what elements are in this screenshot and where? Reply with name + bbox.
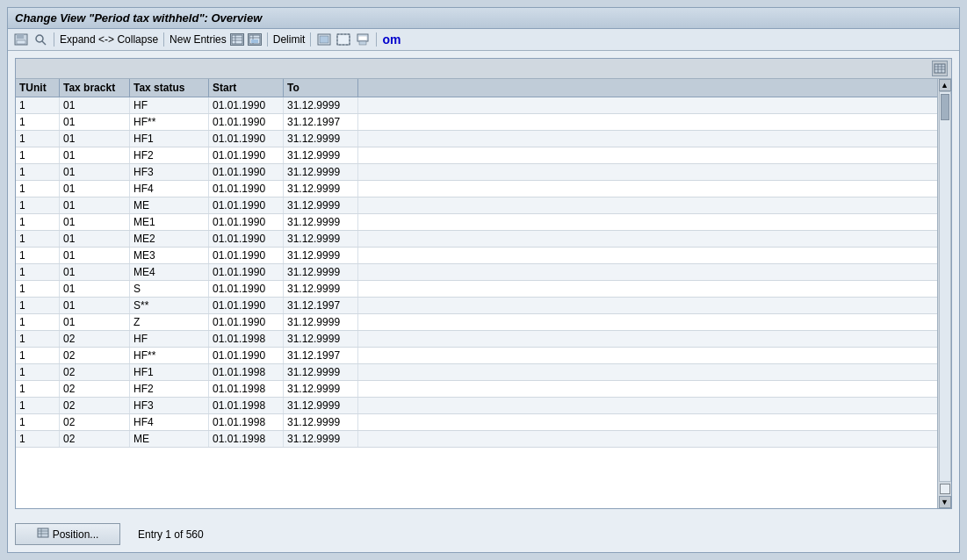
cell-tax_status: ME (130, 197, 209, 213)
svg-rect-12 (251, 39, 258, 43)
table-row[interactable]: 102HF**01.01.199031.12.1997 (16, 348, 937, 364)
new-entries-button[interactable]: New Entries (170, 33, 227, 46)
cell-to: 31.12.9999 (284, 431, 358, 447)
deselect-icon[interactable] (336, 32, 351, 47)
table-row[interactable]: 101HF**01.01.199031.12.1997 (16, 114, 937, 131)
delimit-button[interactable]: Delimit (273, 33, 306, 46)
cell-tax_status: ME3 (130, 248, 209, 263)
table-row[interactable]: 102HF01.01.199831.12.9999 (16, 331, 937, 348)
save-icon[interactable] (13, 32, 29, 47)
cell-start: 01.01.1998 (209, 364, 284, 380)
table-row[interactable]: 101HF01.01.199031.12.9999 (16, 97, 937, 114)
position-button[interactable]: Position... (15, 523, 120, 545)
svg-rect-20 (935, 64, 945, 73)
cell-tax_status: ME1 (130, 214, 209, 230)
cell-tax_bracket: 01 (60, 214, 130, 230)
cell-to: 31.12.9999 (284, 331, 358, 347)
title-bar: Change View "Period tax withheld": Overv… (8, 8, 959, 29)
cell-tax_bracket: 01 (60, 164, 130, 180)
cell-tax_bracket: 01 (60, 264, 130, 280)
scroll-down-button[interactable]: ▼ (939, 496, 951, 508)
table-row[interactable]: 101ME301.01.199031.12.9999 (16, 248, 937, 264)
cell-start: 01.01.1990 (209, 131, 284, 147)
scroll-up-button[interactable]: ▲ (939, 79, 951, 91)
col-header-tax-bracket: Tax brackt (60, 79, 130, 97)
cell-tax_bracket: 01 (60, 248, 130, 263)
scroll-checkbox[interactable] (940, 484, 950, 494)
svg-point-3 (36, 35, 43, 42)
separator-2 (163, 32, 164, 47)
cell-tunit: 1 (16, 147, 60, 163)
cell-tax_status: HF1 (130, 131, 209, 147)
select-all-icon[interactable] (316, 32, 332, 47)
table-row[interactable]: 101HF401.01.199031.12.9999 (16, 181, 937, 197)
scroll-track[interactable] (939, 91, 951, 482)
table-row[interactable]: 101S01.01.199031.12.9999 (16, 281, 937, 298)
cell-tax_status: ME (130, 431, 209, 447)
position-btn-icon (37, 528, 49, 541)
table-row[interactable]: 102HF401.01.199831.12.9999 (16, 414, 937, 431)
svg-rect-1 (17, 34, 24, 39)
cell-to: 31.12.9999 (284, 248, 358, 263)
new-entries-icon-1[interactable] (230, 33, 244, 46)
table-row[interactable]: 101ME401.01.199031.12.9999 (16, 264, 937, 281)
table-row[interactable]: 102ME01.01.199831.12.9999 (16, 431, 937, 448)
cell-start: 01.01.1998 (209, 331, 284, 347)
table-row[interactable]: 102HF201.01.199831.12.9999 (16, 381, 937, 398)
vertical-scrollbar[interactable]: ▲ ▼ (937, 79, 951, 508)
table-row[interactable]: 101HF301.01.199031.12.9999 (16, 164, 937, 181)
cell-start: 01.01.1990 (209, 231, 284, 247)
scroll-thumb[interactable] (941, 94, 949, 120)
cell-to: 31.12.9999 (284, 147, 358, 163)
table-row[interactable]: 101ME01.01.199031.12.9999 (16, 197, 937, 214)
cell-to: 31.12.1997 (284, 298, 358, 313)
cell-start: 01.01.1990 (209, 298, 284, 313)
cell-to: 31.12.9999 (284, 398, 358, 413)
special-label: om (382, 32, 401, 47)
new-entries-icon-2[interactable] (248, 33, 262, 46)
cell-start: 01.01.1990 (209, 248, 284, 263)
cell-tunit: 1 (16, 231, 60, 247)
expand-collapse-button[interactable]: Expand <-> Collapse (60, 33, 158, 46)
cell-to: 31.12.9999 (284, 381, 358, 397)
cell-tax_bracket: 01 (60, 131, 130, 147)
cell-tax_bracket: 02 (60, 331, 130, 347)
table-row[interactable]: 101S**01.01.199031.12.1997 (16, 298, 937, 314)
separator-4 (310, 32, 311, 47)
cell-tunit: 1 (16, 164, 60, 180)
cell-tax_bracket: 01 (60, 147, 130, 163)
cell-tunit: 1 (16, 314, 60, 330)
window-title: Change View "Period tax withheld": Overv… (15, 11, 262, 25)
table-header: TUnit Tax brackt Tax status Start To (16, 79, 937, 97)
table-row[interactable]: 101ME201.01.199031.12.9999 (16, 231, 937, 248)
cell-to: 31.12.9999 (284, 364, 358, 380)
cell-tax_status: HF3 (130, 164, 209, 180)
table-row[interactable]: 101HF101.01.199031.12.9999 (16, 131, 937, 147)
cell-tax_status: ME2 (130, 231, 209, 247)
cell-start: 01.01.1990 (209, 264, 284, 280)
cell-tunit: 1 (16, 181, 60, 197)
main-window: Change View "Period tax withheld": Overv… (7, 7, 960, 553)
table-row[interactable]: 101HF201.01.199031.12.9999 (16, 147, 937, 164)
cell-tunit: 1 (16, 114, 60, 130)
cell-tax_bracket: 01 (60, 97, 130, 113)
cell-tax_status: S (130, 281, 209, 297)
cell-tax_status: ME4 (130, 264, 209, 280)
print-icon[interactable] (355, 32, 371, 47)
table-row[interactable]: 101ME101.01.199031.12.9999 (16, 214, 937, 231)
find-icon[interactable] (32, 32, 48, 47)
table-settings-icon[interactable] (932, 61, 948, 76)
table-row[interactable]: 101Z01.01.199031.12.9999 (16, 314, 937, 331)
svg-rect-15 (337, 34, 350, 45)
table-with-scrollbar: TUnit Tax brackt Tax status Start To 101… (16, 79, 951, 508)
cell-to: 31.12.9999 (284, 264, 358, 280)
cell-tunit: 1 (16, 298, 60, 313)
cell-to: 31.12.1997 (284, 114, 358, 130)
cell-to: 31.12.9999 (284, 281, 358, 297)
table-row[interactable]: 102HF101.01.199831.12.9999 (16, 364, 937, 381)
cell-tunit: 1 (16, 214, 60, 230)
cell-tax_bracket: 01 (60, 298, 130, 313)
table-row[interactable]: 102HF301.01.199831.12.9999 (16, 398, 937, 414)
cell-to: 31.12.9999 (284, 181, 358, 197)
cell-tax_status: HF (130, 97, 209, 113)
